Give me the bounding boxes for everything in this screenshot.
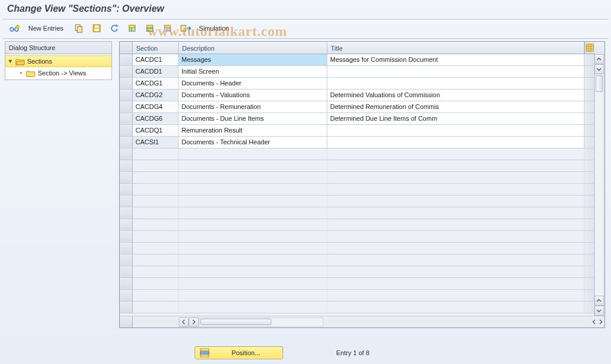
table-row-empty[interactable] bbox=[120, 184, 605, 196]
cell-section[interactable] bbox=[133, 290, 179, 302]
row-selector[interactable] bbox=[120, 137, 133, 148]
goto-button[interactable] bbox=[178, 22, 194, 35]
row-selector[interactable] bbox=[120, 196, 133, 207]
row-selector[interactable] bbox=[120, 172, 133, 184]
cell-description[interactable] bbox=[179, 219, 327, 231]
collapse-icon[interactable]: ▼ bbox=[8, 59, 13, 64]
scroll-track[interactable] bbox=[594, 74, 604, 296]
cell-description[interactable]: Documents - Valuations bbox=[179, 90, 327, 101]
cell-description[interactable] bbox=[179, 266, 327, 278]
tree-item-sections[interactable]: ▼ Sections bbox=[5, 55, 111, 67]
select-all-button[interactable] bbox=[124, 22, 140, 35]
hscroll-thumb[interactable] bbox=[201, 319, 271, 325]
row-selector[interactable] bbox=[120, 290, 133, 302]
cell-section[interactable]: CACDC1 bbox=[133, 54, 179, 66]
cell-section[interactable]: CACDG6 bbox=[133, 113, 179, 125]
hscroll-track[interactable] bbox=[199, 317, 323, 327]
cell-description[interactable] bbox=[179, 231, 327, 243]
row-selector[interactable] bbox=[120, 219, 133, 231]
cell-title[interactable] bbox=[327, 254, 584, 266]
cell-title[interactable] bbox=[327, 172, 584, 184]
cell-section[interactable] bbox=[133, 172, 179, 184]
scroll-line-up-button[interactable] bbox=[594, 296, 604, 306]
table-row-empty[interactable] bbox=[120, 219, 605, 231]
row-selector[interactable] bbox=[120, 184, 133, 196]
cell-title[interactable] bbox=[327, 148, 584, 160]
table-row-empty[interactable] bbox=[120, 231, 605, 243]
row-selector[interactable] bbox=[120, 302, 133, 313]
cell-title[interactable] bbox=[327, 290, 584, 302]
row-selector[interactable] bbox=[120, 207, 133, 219]
cell-section[interactable]: CACSI1 bbox=[133, 137, 179, 148]
scroll-thumb[interactable] bbox=[596, 75, 603, 92]
table-row[interactable]: CACDG6Documents - Due Line ItemsDetermin… bbox=[120, 113, 605, 125]
cell-description[interactable] bbox=[179, 290, 327, 302]
row-selector[interactable] bbox=[120, 148, 133, 160]
table-row[interactable]: CACSI1Documents - Technical Header bbox=[120, 137, 605, 148]
col-header-description[interactable]: Description bbox=[179, 42, 327, 54]
table-row[interactable]: CACDG4Documents - RemunerationDetermined… bbox=[120, 101, 605, 113]
row-selector[interactable] bbox=[120, 231, 133, 243]
cell-description[interactable] bbox=[179, 172, 327, 184]
cell-title[interactable] bbox=[327, 137, 584, 148]
cell-section[interactable] bbox=[133, 196, 179, 207]
scroll-line-down-button[interactable] bbox=[594, 64, 604, 74]
tree-item-section-views[interactable]: • Section -> Views bbox=[5, 67, 111, 79]
row-selector[interactable] bbox=[120, 101, 133, 113]
cell-title[interactable] bbox=[327, 66, 584, 78]
hscroll-right-button[interactable] bbox=[598, 319, 603, 326]
save-button[interactable] bbox=[89, 22, 104, 35]
cell-section[interactable] bbox=[133, 231, 179, 243]
hscroll-step-left-button[interactable] bbox=[592, 319, 597, 326]
cell-title[interactable]: Determined Remuneration of Commis bbox=[327, 101, 584, 113]
cell-description[interactable]: Remuneration Result bbox=[179, 125, 327, 137]
toggle-display-change-button[interactable] bbox=[6, 22, 24, 35]
vertical-scrollbar[interactable] bbox=[594, 54, 604, 316]
row-selector[interactable] bbox=[120, 254, 133, 266]
cell-section[interactable]: CACDQ1 bbox=[133, 125, 179, 137]
row-selector[interactable] bbox=[120, 113, 133, 125]
cell-title[interactable]: Determined Due Line Items of Comm bbox=[327, 113, 584, 125]
position-button[interactable]: Position... bbox=[195, 346, 283, 359]
cell-title[interactable] bbox=[327, 278, 584, 290]
table-row-empty[interactable] bbox=[120, 278, 605, 290]
row-selector[interactable] bbox=[120, 243, 133, 254]
cell-title[interactable] bbox=[327, 302, 584, 313]
deselect-all-button[interactable] bbox=[160, 22, 175, 35]
copy-as-button[interactable] bbox=[71, 22, 87, 35]
row-selector[interactable] bbox=[120, 266, 133, 278]
row-selector[interactable] bbox=[120, 66, 133, 78]
table-row[interactable]: CACDQ1Remuneration Result bbox=[120, 125, 605, 137]
cell-description[interactable] bbox=[179, 302, 327, 313]
row-selector[interactable] bbox=[120, 160, 133, 172]
cell-description[interactable] bbox=[179, 148, 327, 160]
row-selector[interactable] bbox=[120, 78, 133, 90]
row-selector[interactable] bbox=[120, 125, 133, 137]
scroll-up-button[interactable] bbox=[594, 54, 604, 64]
cell-section[interactable]: CACDG4 bbox=[133, 101, 179, 113]
cell-section[interactable] bbox=[133, 160, 179, 172]
cell-description[interactable] bbox=[179, 243, 327, 254]
cell-section[interactable] bbox=[133, 302, 179, 313]
cell-description[interactable] bbox=[179, 184, 327, 196]
cell-section[interactable] bbox=[133, 243, 179, 254]
cell-description[interactable] bbox=[179, 278, 327, 290]
cell-section[interactable] bbox=[133, 219, 179, 231]
table-row[interactable]: CACDG1Documents - Header bbox=[120, 78, 605, 90]
cell-description[interactable]: Messages bbox=[179, 54, 327, 66]
row-selector[interactable] bbox=[120, 54, 133, 66]
table-row-empty[interactable] bbox=[120, 160, 605, 172]
hscroll-left-button[interactable] bbox=[179, 317, 189, 327]
cell-description[interactable]: Documents - Technical Header bbox=[179, 137, 327, 148]
new-entries-button[interactable]: New Entries bbox=[26, 25, 69, 32]
cell-title[interactable] bbox=[327, 125, 584, 137]
cell-description[interactable]: Initial Screen bbox=[179, 66, 327, 78]
cell-section[interactable] bbox=[133, 278, 179, 290]
table-row-empty[interactable] bbox=[120, 196, 605, 207]
cell-section[interactable]: CACDG2 bbox=[133, 90, 179, 101]
cell-description[interactable] bbox=[179, 254, 327, 266]
cell-title[interactable]: Messages for Commission Document bbox=[327, 54, 584, 66]
col-header-title[interactable]: Title bbox=[327, 42, 584, 54]
cell-title[interactable] bbox=[327, 160, 584, 172]
cell-title[interactable] bbox=[327, 266, 584, 278]
